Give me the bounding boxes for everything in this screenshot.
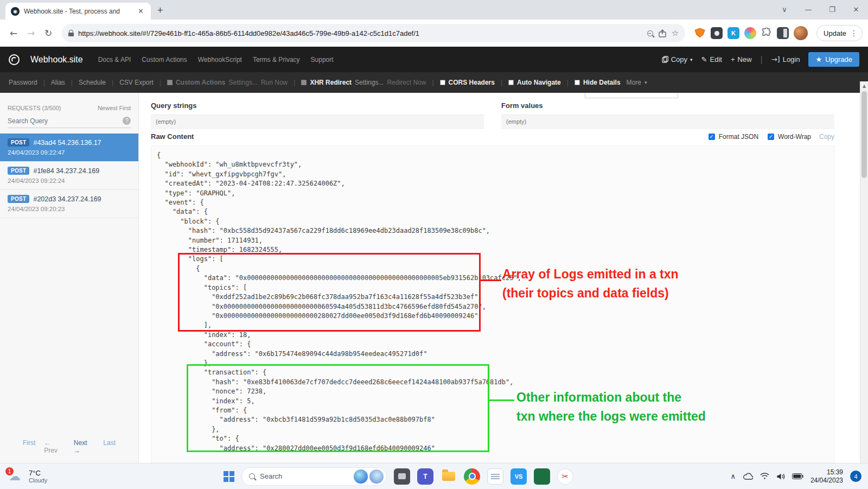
taskbar-file-explorer-icon[interactable] (441, 468, 457, 485)
nav-link-webhookscript[interactable]: WebhookScript (198, 56, 242, 63)
taskbar-weather-widget[interactable]: ☁ 1 7°C Cloudy (0, 469, 95, 484)
taskbar-app-window-icon[interactable] (394, 468, 410, 485)
browser-url-bar: ← → ↻ https://webhook.site/#!/729e461b-f… (0, 20, 868, 47)
cors-headers-checkbox[interactable] (440, 80, 445, 85)
search-highlight-icon-2[interactable] (369, 469, 384, 484)
nav-link-terms-privacy[interactable]: Terms & Privacy (253, 56, 300, 63)
raw-content-body[interactable]: { "webhookId": "wh_u8mktbpvevcfr3ty", "i… (151, 145, 834, 463)
copy-dropdown-button[interactable]: Copy▾ (662, 55, 693, 63)
k-extension-icon[interactable]: K (727, 27, 739, 39)
taskbar-notepad-icon[interactable] (487, 468, 503, 485)
nav-link-custom-actions[interactable]: Custom Actions (142, 56, 187, 63)
side-panel-icon[interactable] (777, 27, 789, 39)
search-query-input[interactable] (8, 117, 123, 125)
pagination-prev[interactable]: ← Prev (44, 439, 65, 454)
chrome-update-button[interactable]: Update ⋮ (816, 25, 863, 41)
taskbar-excel-icon[interactable] (534, 468, 550, 485)
browser-menu-icon[interactable]: ⋮ (848, 29, 860, 37)
edit-button[interactable]: ✎ Edit (701, 55, 722, 63)
window-close-button[interactable]: ✕ (844, 0, 868, 18)
pagination-last[interactable]: Last (103, 439, 116, 454)
extensions-puzzle-icon[interactable] (761, 28, 772, 39)
login-button[interactable]: →] Login (771, 55, 800, 63)
windows-start-button[interactable] (224, 471, 234, 482)
format-json-label[interactable]: Format JSON (719, 133, 758, 141)
onedrive-cloud-icon[interactable] (743, 473, 753, 480)
nav-link-support[interactable]: Support (311, 56, 334, 63)
zoom-icon[interactable] (647, 30, 653, 36)
search-highlight-icon-1[interactable] (354, 469, 368, 484)
window-maximize-button[interactable]: ❐ (820, 0, 844, 18)
toolbar-xhr-redirect-toggle[interactable]: XHR Redirect Settings... Redirect Now (301, 79, 426, 86)
pagination-first[interactable]: First (23, 439, 35, 454)
taskbar-chrome-icon[interactable] (464, 468, 480, 485)
upgrade-button[interactable]: ★ Upgrade (808, 52, 859, 67)
taskbar-search-box[interactable]: Search (241, 467, 387, 486)
notification-count-badge[interactable]: 4 (850, 471, 861, 482)
reload-button[interactable]: ↻ (40, 28, 56, 39)
raw-json[interactable]: { "webhookId": "wh_u8mktbpvevcfr3ty", "i… (157, 151, 834, 453)
toolbar-more-dropdown[interactable]: More▾ (627, 79, 647, 86)
forward-button[interactable]: → (23, 28, 39, 39)
toolbar-hide-details-toggle[interactable]: Hide Details (575, 79, 621, 86)
toolbar-csv-export[interactable]: CSV Export (119, 79, 154, 86)
taskbar-teams-icon[interactable]: T (417, 468, 433, 485)
xhr-redirect-checkbox[interactable] (301, 80, 307, 85)
bookmark-star-icon[interactable]: ☆ (672, 28, 679, 38)
weather-condition: Cloudy (29, 477, 47, 484)
ssl-lock-icon[interactable] (68, 33, 74, 36)
back-button[interactable]: ← (5, 28, 22, 39)
tab-close-icon[interactable]: ✕ (136, 7, 145, 15)
tab-search-chevron-icon[interactable]: ∨ (773, 0, 796, 18)
sort-newest-first[interactable]: Newest First (98, 105, 131, 111)
request-item-2[interactable]: POST #1fe84 34.237.24.169 24/04/2023 09:… (0, 162, 138, 190)
battery-icon[interactable] (792, 473, 803, 479)
colorful-extension-icon[interactable] (744, 27, 756, 39)
browser-tab[interactable]: ◉ Webhook.site - Test, process and ✕ (5, 3, 151, 20)
metamask-icon[interactable] (694, 28, 706, 39)
share-icon[interactable] (659, 29, 666, 37)
redirect-now-button[interactable]: Redirect Now (387, 79, 426, 86)
volume-icon[interactable] (776, 473, 785, 480)
plus-icon: + (731, 55, 735, 63)
brand-name[interactable]: Webhook.site (30, 55, 83, 65)
partial-dropdown[interactable] (585, 93, 678, 98)
auto-navigate-checkbox[interactable] (508, 80, 514, 85)
camera-extension-icon[interactable] (711, 27, 723, 39)
new-button[interactable]: + New (731, 55, 752, 63)
url-text[interactable]: https://webhook.site/#!/729e461b-ff1c-46… (78, 29, 643, 37)
nav-link-docs-api[interactable]: Docs & API (98, 56, 131, 63)
wifi-icon[interactable] (760, 473, 769, 480)
word-wrap-label[interactable]: Word-Wrap (778, 133, 811, 141)
request-item-3[interactable]: POST #202d3 34.237.24.169 24/04/2023 09:… (0, 190, 138, 218)
toolbar-schedule[interactable]: Schedule (79, 79, 106, 86)
toolbar-auto-navigate-toggle[interactable]: Auto Navigate (508, 79, 561, 86)
taskbar-clock[interactable]: 15:39 24/04/2023 (810, 468, 843, 485)
hide-details-checkbox[interactable] (575, 80, 580, 85)
new-tab-button[interactable]: + (157, 5, 163, 16)
scrollbar-thumb[interactable] (861, 91, 867, 178)
request-item-1[interactable]: POST #43ad4 54.236.136.17 24/04/2023 09:… (0, 134, 138, 162)
toolbar-custom-actions-toggle[interactable]: Custom Actions Settings... Run Now (167, 79, 288, 86)
pagination-next[interactable]: Next → (74, 439, 94, 454)
toolbar-cors-headers-toggle[interactable]: CORS Headers (440, 79, 495, 86)
toolbar-alias[interactable]: Alias (51, 79, 65, 86)
xhr-settings[interactable]: Settings... (355, 79, 384, 86)
raw-content-copy-link[interactable]: Copy (819, 133, 834, 141)
search-help-icon[interactable]: ? (123, 117, 131, 125)
custom-actions-checkbox[interactable] (167, 80, 173, 85)
address-bar[interactable]: https://webhook.site/#!/729e461b-ff1c-46… (62, 24, 685, 42)
transaction-annotation-text: Other information about the txn where th… (516, 388, 706, 426)
scrollbar-up-arrow[interactable]: ▲ (860, 81, 868, 90)
toolbar-password[interactable]: Password (9, 79, 37, 86)
taskbar-vscode-icon[interactable]: VS (510, 468, 527, 485)
tray-show-hidden-icons-chevron[interactable]: ∧ (730, 472, 736, 480)
word-wrap-checkbox[interactable]: ✓ (768, 134, 774, 140)
page-scrollbar[interactable]: ▲ (860, 81, 868, 463)
profile-avatar[interactable] (794, 26, 808, 40)
format-json-checkbox[interactable]: ✓ (709, 134, 715, 140)
run-now-button[interactable]: Run Now (261, 79, 288, 86)
custom-actions-settings[interactable]: Settings... (229, 79, 258, 86)
taskbar-snipping-tool-icon[interactable]: ✂ (557, 468, 573, 485)
window-minimize-button[interactable]: — (796, 0, 820, 18)
